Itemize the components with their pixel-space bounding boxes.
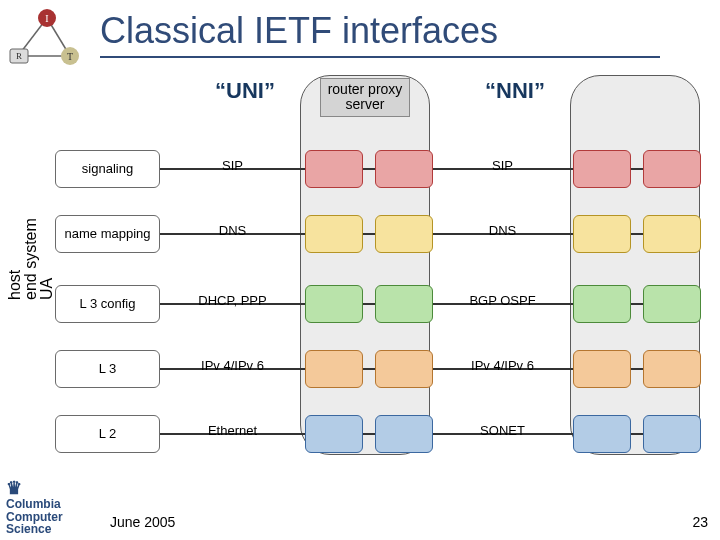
layer-box-name-mapping: name mapping	[55, 215, 160, 253]
connector-line	[631, 433, 643, 435]
pillar-router	[300, 75, 430, 455]
connector-line	[631, 233, 643, 235]
node-block	[375, 285, 433, 323]
topo-t: T	[67, 51, 73, 62]
node-block	[305, 415, 363, 453]
footer-date: June 2005	[110, 514, 175, 530]
node-block	[643, 415, 701, 453]
row-l3-config: L 3 config DHCP, PPP BGP OSPF	[55, 285, 705, 323]
protocol-label-sip-nni: SIP	[445, 158, 560, 173]
connector-line	[363, 233, 375, 235]
topo-r: R	[16, 51, 22, 61]
node-block	[643, 350, 701, 388]
crown-icon: ♛	[6, 479, 63, 498]
column-label-uni: “UNI”	[200, 78, 290, 104]
node-block	[305, 285, 363, 323]
row-l2: L 2 Ethernet SONET	[55, 415, 705, 453]
node-block	[573, 285, 631, 323]
connector-line	[363, 168, 375, 170]
protocol-label-dns-nni: DNS	[445, 223, 560, 238]
row-l3: L 3 IPv 4/IPv 6 IPv 4/IPv 6	[55, 350, 705, 388]
row-name-mapping: name mapping DNS DNS	[55, 215, 705, 253]
layer-box-l3: L 3	[55, 350, 160, 388]
node-block	[305, 215, 363, 253]
column-label-nni: “NNI”	[470, 78, 560, 104]
connector-line	[363, 303, 375, 305]
connector-line	[631, 303, 643, 305]
layer-box-l2: L 2	[55, 415, 160, 453]
title-underline	[100, 56, 660, 58]
protocol-label-ethernet: Ethernet	[175, 423, 290, 438]
org-logo: ♛ Columbia Computer Science	[6, 479, 63, 536]
node-block	[305, 350, 363, 388]
node-block	[643, 285, 701, 323]
node-block	[643, 150, 701, 188]
node-block	[375, 150, 433, 188]
org-line3: Science	[6, 522, 51, 536]
protocol-label-ipv4-ipv6-nni: IPv 4/IPv 6	[445, 358, 560, 373]
node-block	[643, 215, 701, 253]
page-number: 23	[692, 514, 708, 530]
protocol-label-dhcp-ppp: DHCP, PPP	[175, 293, 290, 308]
center-head-label: router proxy server	[320, 78, 410, 117]
protocol-label-dns-uni: DNS	[175, 223, 290, 238]
protocol-label-sip-uni: SIP	[175, 158, 290, 173]
connector-line	[363, 368, 375, 370]
node-block	[573, 150, 631, 188]
protocol-label-bgp-ospf: BGP OSPF	[445, 293, 560, 308]
node-block	[375, 215, 433, 253]
connector-line	[363, 433, 375, 435]
protocol-label-sonet: SONET	[445, 423, 560, 438]
node-block	[305, 150, 363, 188]
node-block	[573, 215, 631, 253]
node-block	[573, 415, 631, 453]
slide-title: Classical IETF interfaces	[100, 10, 660, 52]
node-block	[375, 350, 433, 388]
row-signaling: signaling SIP SIP	[55, 150, 705, 188]
layer-box-l3-config: L 3 config	[55, 285, 160, 323]
pillar-peer	[570, 75, 700, 455]
node-block	[573, 350, 631, 388]
topology-icon: I R T	[8, 8, 86, 73]
protocol-label-ipv4-ipv6-uni: IPv 4/IPv 6	[175, 358, 290, 373]
layer-box-signaling: signaling	[55, 150, 160, 188]
connector-line	[631, 368, 643, 370]
topo-i: I	[45, 13, 48, 24]
node-block	[375, 415, 433, 453]
connector-line	[631, 168, 643, 170]
